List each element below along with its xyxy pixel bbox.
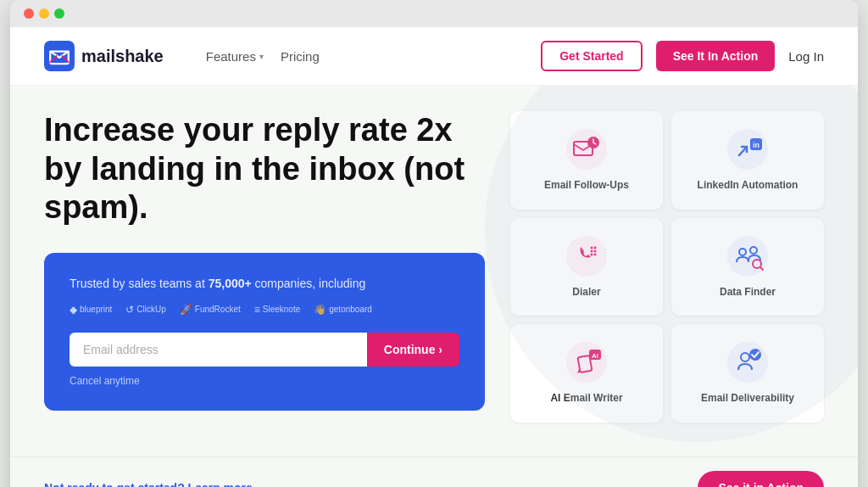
feature-card-ai-writer[interactable]: AI AI Email Writer (510, 324, 663, 423)
company-logo-fundrocket: 🚀 FundRocket (180, 304, 241, 316)
data-finder-icon (726, 235, 769, 277)
feature-label-data-finder: Data Finder (720, 286, 776, 299)
svg-point-12 (594, 249, 597, 252)
feature-label-linkedin: LinkedIn Automation (698, 179, 798, 193)
browser-window: mailshake Features ▾ Pricing Get Started… (10, 0, 858, 487)
logo-text: mailshake (81, 47, 164, 66)
cta-box: Trusted by sales teams at 75,000+ compan… (44, 253, 485, 411)
svg-text:in: in (753, 141, 760, 149)
footer-bar: Not ready to get started? Learn more See… (10, 456, 858, 487)
svg-point-9 (591, 246, 593, 249)
svg-point-14 (594, 253, 597, 255)
email-input[interactable] (70, 333, 367, 367)
email-followups-icon (565, 128, 608, 171)
nav-pricing[interactable]: Pricing (281, 49, 320, 64)
feature-card-deliverability[interactable]: Email Deliverability (671, 324, 824, 423)
maximize-dot[interactable] (54, 8, 64, 19)
dialer-icon (565, 235, 608, 277)
company-logo-sleeknote: ≡ Sleeknote (254, 304, 301, 316)
footer-see-action-button[interactable]: See it in Action (698, 471, 824, 487)
email-form: Continue › (70, 333, 459, 367)
feature-cards-grid: Email Follow-Ups in LinkedIn Automation (510, 111, 824, 423)
main-area: Increase your reply rate 2x by landing i… (10, 86, 858, 456)
page-content: mailshake Features ▾ Pricing Get Started… (10, 27, 858, 487)
email-deliverability-icon (726, 341, 769, 383)
chevron-down-icon: ▾ (259, 52, 264, 61)
browser-chrome (10, 0, 858, 27)
hero-title: Increase your reply rate 2x by landing i… (44, 111, 485, 227)
cancel-text: Cancel anytime (70, 375, 459, 387)
feature-card-dialer[interactable]: Dialer (510, 218, 663, 316)
svg-point-2 (566, 129, 607, 170)
company-logo-clickup: ↺ ClickUp (125, 304, 165, 316)
svg-text:AI: AI (592, 352, 598, 360)
feature-card-linkedin[interactable]: in LinkedIn Automation (671, 111, 824, 210)
trusted-text: Trusted by sales teams at 75,000+ compan… (70, 277, 459, 290)
feature-card-data-finder[interactable]: Data Finder (671, 218, 824, 316)
svg-point-24 (727, 342, 768, 383)
feature-label-ai-writer: AI Email Writer (550, 392, 622, 406)
minimize-dot[interactable] (39, 8, 49, 19)
feature-label-dialer: Dialer (572, 286, 600, 299)
traffic-lights (24, 8, 64, 19)
company-logos: ◆ blueprint ↺ ClickUp 🚀 FundRocket ≡ (70, 304, 459, 316)
continue-button[interactable]: Continue › (367, 333, 459, 367)
nav-features[interactable]: Features ▾ (206, 49, 264, 64)
company-logo-getonboard: 👋 getonboard (314, 304, 372, 316)
feature-card-email-followups[interactable]: Email Follow-Ups (510, 111, 663, 210)
svg-rect-0 (44, 41, 75, 71)
svg-point-10 (594, 246, 597, 249)
nav-actions: Get Started See It In Action Log In (541, 41, 824, 71)
svg-point-20 (566, 342, 607, 383)
svg-point-15 (727, 236, 768, 277)
left-column: Increase your reply rate 2x by landing i… (44, 111, 485, 423)
svg-point-13 (591, 253, 593, 255)
see-it-in-action-nav-button[interactable]: See It In Action (656, 41, 776, 71)
svg-point-11 (591, 249, 593, 252)
login-button[interactable]: Log In (788, 49, 824, 64)
logo-area: mailshake (44, 41, 164, 71)
ai-email-writer-icon: AI (565, 341, 608, 383)
feature-label-deliverability: Email Deliverability (701, 392, 794, 406)
nav-links: Features ▾ Pricing (206, 49, 515, 64)
logo-icon (44, 41, 75, 71)
close-dot[interactable] (24, 8, 34, 19)
feature-label-email-followups: Email Follow-Ups (544, 179, 629, 193)
company-logo-blueprint: ◆ blueprint (70, 304, 112, 316)
get-started-button[interactable]: Get Started (541, 41, 642, 71)
not-ready-link[interactable]: Not ready to get started? Learn more (44, 481, 253, 487)
navbar: mailshake Features ▾ Pricing Get Started… (10, 27, 858, 86)
linkedin-icon: in (726, 128, 769, 171)
